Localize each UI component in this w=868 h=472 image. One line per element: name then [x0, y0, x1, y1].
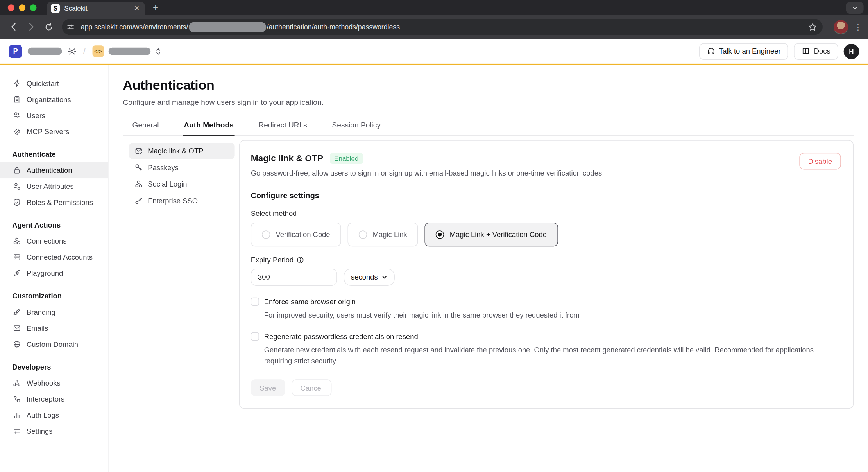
sidebar-item-branding[interactable]: Branding	[0, 304, 108, 320]
window-zoom-button[interactable]	[30, 4, 36, 11]
forward-icon	[26, 22, 36, 32]
cubes-icon	[12, 237, 21, 245]
main-content: Authentication Configure and manage how …	[109, 65, 868, 472]
environment-icon[interactable]: </>	[92, 45, 104, 57]
info-icon[interactable]	[297, 257, 304, 264]
method-item-social-login[interactable]: Social Login	[129, 176, 235, 192]
org-settings-gear-icon[interactable]	[68, 47, 77, 56]
tab-title: Scalekit	[64, 4, 128, 12]
browser-menu-icon[interactable]: ⋮	[854, 22, 863, 31]
browser-profile-avatar[interactable]	[834, 20, 848, 34]
docs-button[interactable]: Docs	[794, 43, 838, 59]
reload-button[interactable]	[41, 19, 57, 35]
paintbrush-icon	[12, 308, 21, 316]
chevron-down-icon	[382, 274, 388, 280]
disable-button[interactable]: Disable	[799, 153, 841, 169]
sidebar-item-emails[interactable]: Emails	[0, 320, 108, 336]
sidebar-section-developers: Developers	[0, 359, 108, 375]
tab-search-button[interactable]	[846, 2, 863, 14]
expiry-period-label: Expiry Period	[251, 256, 841, 264]
sidebar-item-interceptors[interactable]: Interceptors	[0, 391, 108, 407]
breadcrumb-separator: /	[83, 46, 86, 57]
sidebar-item-users[interactable]: Users	[0, 108, 108, 124]
chevron-down-icon	[852, 5, 858, 11]
tab-redirect-urls[interactable]: Redirect URLs	[258, 117, 308, 136]
regenerate-credentials-description: Generate new credentials with each resen…	[264, 345, 826, 367]
page-subtitle: Configure and manage how users sign in t…	[123, 98, 854, 106]
site-settings-icon[interactable]	[65, 21, 77, 33]
browser-tab[interactable]: S Scalekit ✕	[47, 2, 145, 15]
back-button[interactable]	[5, 19, 21, 35]
sidebar-item-auth-logs[interactable]: Auth Logs	[0, 407, 108, 423]
tab-general[interactable]: General	[131, 117, 160, 136]
lock-icon	[12, 166, 21, 174]
users-icon	[12, 111, 21, 120]
sidebar-section-customization: Customization	[0, 288, 108, 304]
method-item-magic-link-otp[interactable]: Magic link & OTP	[129, 143, 235, 159]
regenerate-credentials-checkbox[interactable]	[251, 332, 259, 341]
radio-circle-icon	[262, 230, 270, 239]
reload-icon	[44, 22, 53, 31]
method-item-enterprise-sso[interactable]: Enterprise SSO	[129, 193, 235, 209]
sidebar-item-webhooks[interactable]: Webhooks	[0, 375, 108, 391]
sidebar-item-organizations[interactable]: Organizations	[0, 92, 108, 108]
envelope-check-icon	[134, 147, 143, 155]
browser-toolbar: app.scalekit.com/ws/environments//authen…	[0, 15, 868, 39]
favicon: S	[51, 4, 60, 13]
key-diagonal-icon	[134, 197, 143, 205]
radio-magic-link-plus-verification-code[interactable]: Magic Link + Verification Code	[425, 223, 558, 246]
talk-to-engineer-button[interactable]: Talk to an Engineer	[699, 43, 788, 59]
envelope-icon	[12, 324, 21, 332]
cancel-button[interactable]: Cancel	[292, 380, 332, 396]
sidebar-item-connected-accounts[interactable]: Connected Accounts	[0, 249, 108, 265]
forward-button[interactable]	[23, 19, 39, 35]
tab-session-policy[interactable]: Session Policy	[331, 117, 382, 136]
environment-switcher-icon[interactable]	[155, 47, 161, 55]
sidebar-item-connections[interactable]: Connections	[0, 233, 108, 249]
sidebar-section-agent-actions: Agent Actions	[0, 217, 108, 233]
method-item-passkeys[interactable]: Passkeys	[129, 160, 235, 176]
sidebar-section-authenticate: Authenticate	[0, 146, 108, 162]
sidebar-item-mcp-servers[interactable]: MCP Servers	[0, 124, 108, 140]
method-description: Go password-free, allow users to sign in…	[251, 169, 799, 177]
window-close-button[interactable]	[8, 4, 14, 11]
sidebar-item-user-attributes[interactable]: User Attributes	[0, 178, 108, 194]
browser-tab-strip: S Scalekit ✕ +	[0, 0, 868, 15]
window-minimize-button[interactable]	[19, 4, 25, 11]
save-button[interactable]: Save	[251, 380, 285, 396]
sidebar-item-settings[interactable]: Settings	[0, 423, 108, 439]
radio-verification-code[interactable]: Verification Code	[251, 223, 341, 246]
sidebar-item-quickstart[interactable]: Quickstart	[0, 75, 108, 92]
cubes-icon	[134, 180, 143, 188]
expiry-period-input[interactable]	[251, 269, 337, 286]
enforce-origin-description: For improved security, users must verify…	[264, 310, 826, 321]
book-icon	[802, 47, 810, 55]
address-bar[interactable]: app.scalekit.com/ws/environments//authen…	[62, 19, 823, 35]
sidebar-item-custom-domain[interactable]: Custom Domain	[0, 336, 108, 352]
tab-close-icon[interactable]: ✕	[133, 4, 141, 12]
user-gear-icon	[12, 182, 21, 190]
globe-icon	[12, 340, 21, 348]
org-name-redacted	[28, 48, 62, 55]
sidebar-item-authentication[interactable]: Authentication	[0, 162, 108, 178]
sidebar-item-playground[interactable]: Playground	[0, 265, 108, 281]
user-avatar[interactable]: H	[844, 43, 859, 59]
page-tabs: General Auth Methods Redirect URLs Sessi…	[123, 117, 854, 136]
page-title: Authentication	[123, 77, 854, 93]
tab-auth-methods[interactable]: Auth Methods	[183, 117, 234, 136]
new-tab-button[interactable]: +	[153, 2, 158, 13]
radio-magic-link[interactable]: Magic Link	[348, 223, 418, 246]
building-icon	[12, 95, 21, 104]
sidebar-item-roles-permissions[interactable]: Roles & Permissions	[0, 194, 108, 210]
sparkles-icon	[12, 269, 21, 277]
method-settings-card: Magic link & OTP Enabled Go password-fre…	[239, 140, 854, 409]
expiry-unit-select[interactable]: seconds	[344, 269, 395, 286]
org-logo[interactable]: P	[9, 45, 22, 58]
configure-settings-heading: Configure settings	[251, 191, 841, 200]
shield-check-icon	[12, 198, 21, 206]
method-title: Magic link & OTP	[251, 153, 323, 163]
enforce-origin-checkbox[interactable]	[251, 298, 259, 306]
bookmark-star-icon[interactable]	[808, 22, 817, 31]
sliders-icon	[12, 427, 21, 435]
bar-chart-icon	[12, 411, 21, 419]
